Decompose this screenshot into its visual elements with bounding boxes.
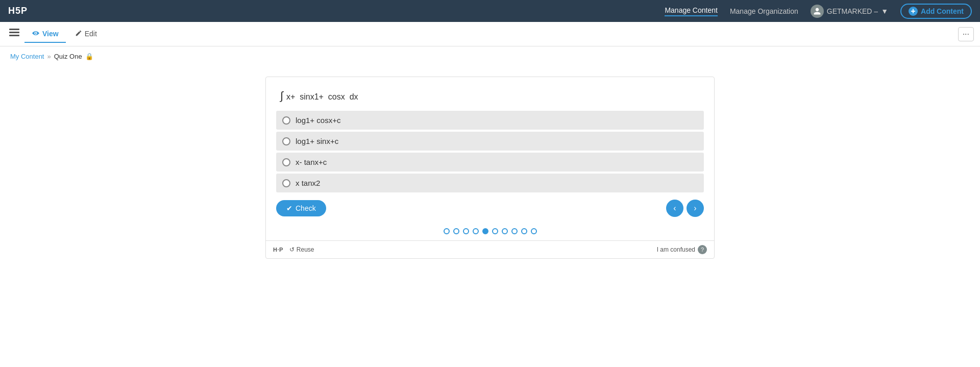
pagination-dot-7[interactable] (502, 228, 508, 234)
nav-left: H5P (8, 6, 28, 16)
svg-rect-0 (9, 29, 19, 30)
more-options-button[interactable]: ··· (958, 27, 974, 41)
question-text: ∫ x+ sinx1+ cosx dx (280, 89, 700, 103)
nav-link-manage-org[interactable]: Manage Organization (730, 7, 798, 15)
integral-symbol: ∫ (280, 89, 283, 103)
confused-area[interactable]: I am confused ? (657, 245, 707, 254)
radio-option-1[interactable] (282, 116, 290, 125)
svg-rect-2 (9, 35, 19, 36)
confused-icon: ? (698, 245, 707, 254)
lock-icon: 🔒 (85, 53, 93, 60)
pagination-dot-4[interactable] (473, 228, 479, 234)
breadcrumb-current: Quiz One (54, 53, 82, 60)
logo: H5P (8, 6, 28, 16)
prev-button[interactable]: ‹ (666, 200, 683, 217)
top-nav: H5P Manage Content Manage Organization G… (0, 0, 980, 22)
pagination-dot-9[interactable] (521, 228, 527, 234)
h5p-logo: H·P (273, 247, 283, 253)
reuse-button[interactable]: ↺ Reuse (289, 246, 314, 253)
option-text-2: log1+ sinx+c (296, 137, 338, 145)
pagination-dot-10[interactable] (531, 228, 537, 234)
nav-right: Manage Content Manage Organization GETMA… (665, 4, 972, 19)
plus-circle-icon: + (909, 7, 918, 16)
check-label: Check (296, 204, 316, 212)
reuse-icon: ↺ (289, 246, 295, 253)
avatar (811, 5, 824, 18)
pagination-dot-8[interactable] (511, 228, 518, 234)
nav-link-manage-content[interactable]: Manage Content (665, 6, 718, 16)
checkmark-icon: ✔ (286, 204, 292, 212)
toolbar-right: ··· (958, 27, 974, 41)
breadcrumb: My Content » Quiz One 🔒 (0, 46, 980, 66)
quiz-card: ∫ x+ sinx1+ cosx dx log1+ cosx+c log1+ s… (265, 77, 715, 259)
pagination-dot-1[interactable] (444, 228, 450, 234)
option-text-4: x tanx2 (296, 179, 320, 187)
breadcrumb-parent-link[interactable]: My Content (10, 53, 44, 60)
question-area: ∫ x+ sinx1+ cosx dx (266, 77, 714, 111)
h5p-bar: H·P ↺ Reuse I am confused ? (266, 240, 714, 258)
user-dropdown-icon: ▼ (881, 7, 888, 15)
tab-edit[interactable]: Edit (68, 26, 104, 43)
radio-option-4[interactable] (282, 179, 290, 187)
breadcrumb-separator: » (47, 53, 51, 60)
pagination-dot-3[interactable] (463, 228, 469, 234)
pagination-dots (266, 224, 714, 240)
eye-icon (32, 30, 40, 38)
user-label: GETMARKED – (827, 7, 878, 15)
options-list: log1+ cosx+c log1+ sinx+c x- tanx+c x ta… (266, 111, 714, 192)
confused-label: I am confused (657, 246, 695, 253)
nav-arrows: ‹ › (666, 200, 704, 217)
sidebar-toggle-button[interactable] (6, 26, 22, 42)
radio-option-3[interactable] (282, 158, 290, 166)
option-row[interactable]: log1+ sinx+c (276, 132, 704, 151)
check-button[interactable]: ✔ Check (276, 200, 326, 216)
tab-view-label: View (42, 30, 59, 38)
option-text-1: log1+ cosx+c (296, 116, 340, 125)
pagination-dot-6[interactable] (492, 228, 498, 234)
pencil-icon (75, 30, 82, 38)
option-text-3: x- tanx+c (296, 158, 327, 166)
svg-rect-1 (9, 32, 19, 33)
question-content: x+ sinx1+ cosx dx (286, 92, 358, 102)
tab-edit-label: Edit (85, 30, 97, 38)
radio-option-2[interactable] (282, 137, 290, 145)
add-content-button[interactable]: + Add Content (900, 4, 972, 19)
reuse-label: Reuse (297, 246, 314, 253)
quiz-footer: ✔ Check ‹ › (266, 192, 714, 224)
pagination-dot-2[interactable] (453, 228, 459, 234)
toolbar-left: View Edit (6, 26, 104, 43)
option-row[interactable]: log1+ cosx+c (276, 111, 704, 130)
content-area: ∫ x+ sinx1+ cosx dx log1+ cosx+c log1+ s… (0, 66, 980, 269)
next-button[interactable]: › (687, 200, 704, 217)
tab-view[interactable]: View (24, 26, 66, 43)
h5p-bar-left: H·P ↺ Reuse (273, 246, 314, 253)
option-row[interactable]: x- tanx+c (276, 153, 704, 172)
toolbar: View Edit ··· (0, 22, 980, 46)
option-row[interactable]: x tanx2 (276, 174, 704, 192)
add-content-label: Add Content (921, 7, 964, 15)
user-area[interactable]: GETMARKED – ▼ (811, 5, 888, 18)
pagination-dot-5[interactable] (482, 228, 488, 234)
